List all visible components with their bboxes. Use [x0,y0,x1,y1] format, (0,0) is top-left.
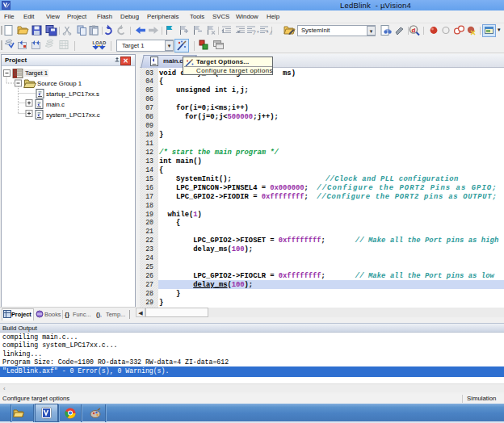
svg-text:LOAD: LOAD [93,40,107,45]
svg-text:/*: /* [253,30,259,36]
svg-text:d: d [412,27,416,34]
svg-text:*/: */ [266,30,272,36]
